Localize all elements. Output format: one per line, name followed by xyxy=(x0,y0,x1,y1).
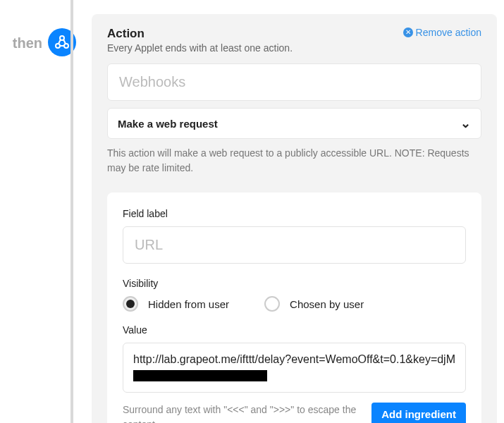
action-description: This action will make a web request to a… xyxy=(107,146,481,176)
radio-unselected-icon xyxy=(264,296,280,312)
visibility-hidden-label: Hidden from user xyxy=(148,298,229,310)
escape-hint: Surround any text with "<<<" and ">>>" t… xyxy=(123,403,357,423)
card-header: Action ✕ Remove action xyxy=(107,27,481,41)
field-config-card: Field label URL Visibility Hidden from u… xyxy=(107,192,481,423)
redacted-text xyxy=(133,370,267,381)
radio-selected-icon xyxy=(123,296,138,312)
svg-point-2 xyxy=(64,44,68,48)
visibility-hidden-option[interactable]: Hidden from user xyxy=(123,296,229,312)
add-ingredient-button[interactable]: Add ingredient xyxy=(371,403,466,423)
webhooks-icon xyxy=(54,34,70,51)
value-text: http://lab.grapeot.me/ifttt/delay?event=… xyxy=(133,353,455,365)
remove-action-link[interactable]: ✕ Remove action xyxy=(403,27,481,38)
value-input[interactable]: http://lab.grapeot.me/ifttt/delay?event=… xyxy=(123,343,466,393)
action-card: Action ✕ Remove action Every Applet ends… xyxy=(92,14,497,423)
visibility-chosen-label: Chosen by user xyxy=(290,298,364,310)
timeline-line xyxy=(70,0,73,423)
action-type-selected-label: Make a web request xyxy=(118,118,218,130)
value-caption: Value xyxy=(123,324,466,336)
svg-point-1 xyxy=(56,44,60,48)
url-field-label-input[interactable]: URL xyxy=(123,226,466,264)
remove-icon: ✕ xyxy=(403,27,413,37)
value-footer-row: Surround any text with "<<<" and ">>>" t… xyxy=(123,403,466,423)
field-label-caption: Field label xyxy=(123,208,466,219)
visibility-caption: Visibility xyxy=(123,278,466,289)
service-input[interactable]: Webhooks xyxy=(107,63,481,101)
action-type-select[interactable]: Make a web request ⌄ xyxy=(107,108,481,139)
action-subtitle: Every Applet ends with at least one acti… xyxy=(107,42,481,54)
visibility-radio-group: Hidden from user Chosen by user xyxy=(123,296,466,312)
then-label: then xyxy=(7,35,42,51)
remove-action-label: Remove action xyxy=(416,27,481,38)
action-title: Action xyxy=(107,27,145,41)
layout-container: then Action ✕ Remove action Every Applet… xyxy=(0,0,504,423)
visibility-chosen-option[interactable]: Chosen by user xyxy=(264,296,364,312)
chevron-down-icon: ⌄ xyxy=(460,116,471,131)
